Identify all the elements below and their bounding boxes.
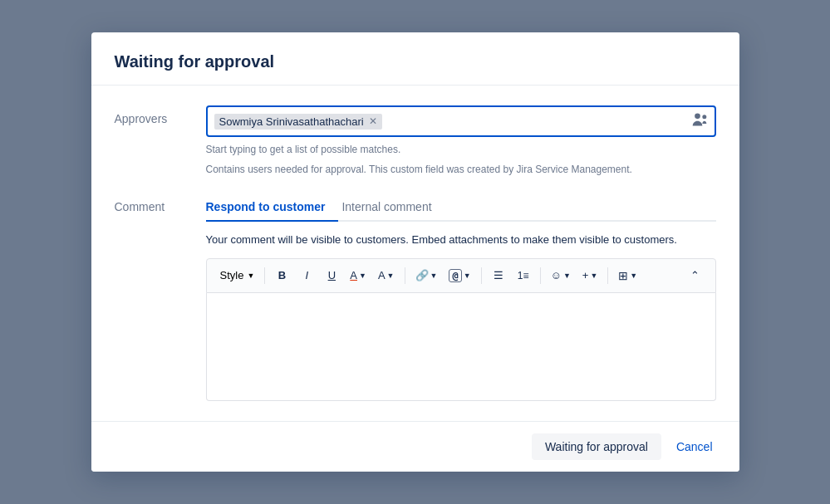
collapse-icon: ⌃ [690,269,700,281]
mention-icon: @ [449,269,461,282]
add-icon: + [582,269,589,281]
toolbar-separator-2 [405,267,405,284]
add-approver-icon[interactable] [691,111,708,131]
text-color-chevron-icon: ▼ [359,272,366,280]
modal-title: Waiting for approval [115,52,716,71]
style-dropdown[interactable]: Style ▼ [215,266,260,285]
bullet-list-button[interactable]: ☰ [487,264,510,287]
style-chevron-icon: ▼ [247,272,254,280]
svg-point-0 [695,114,700,120]
approvers-field-content: Sowmiya Srinivasathathachari ✕ [206,105,716,177]
approvers-hint1: Start typing to get a list of possible m… [206,142,716,157]
italic-icon: I [306,269,309,281]
comment-label: Comment [115,193,206,213]
modal-overlay: Waiting for approval Approvers Sowmiya S… [0,0,830,504]
link-icon: 🔗 [415,269,429,281]
approver-name: Sowmiya Srinivasathathachari [219,115,364,128]
modal-body: Approvers Sowmiya Srinivasathathachari ✕ [91,86,739,421]
toolbar-separator-3 [481,267,482,284]
approvers-hint2: Contains users needed for approval. This… [206,162,716,177]
add-button[interactable]: + ▼ [577,264,603,287]
approvers-input-wrapper[interactable]: Sowmiya Srinivasathathachari ✕ [206,105,716,137]
svg-point-1 [702,115,706,119]
underline-icon: U [328,269,336,281]
table-button[interactable]: ⊞ ▼ [613,264,642,287]
text-color-icon: A [350,269,357,281]
font-size-chevron-icon: ▼ [387,272,395,280]
cancel-button[interactable]: Cancel [670,433,719,460]
text-color-button[interactable]: A ▼ [345,264,371,287]
table-icon: ⊞ [618,269,628,282]
mention-chevron-icon: ▼ [464,272,471,280]
collapse-button[interactable]: ⌃ [684,264,707,287]
comment-description: Your comment will be visible to customer… [206,232,716,248]
add-chevron-icon: ▼ [590,272,597,280]
numbered-list-button[interactable]: 1≡ [512,264,535,287]
emoji-icon: ☺ [551,269,562,281]
comment-tabs: Respond to customer Internal comment [206,193,716,222]
style-label: Style [220,269,244,281]
editor-area[interactable] [206,293,716,401]
tab-respond-to-customer[interactable]: Respond to customer [206,193,339,222]
modal-dialog: Waiting for approval Approvers Sowmiya S… [91,32,739,472]
bold-icon: B [278,269,286,281]
numbered-list-icon: 1≡ [518,270,529,281]
comment-field-row: Comment Respond to customer Internal com… [115,193,716,401]
comment-content: Respond to customer Internal comment You… [206,193,716,401]
link-chevron-icon: ▼ [430,272,438,280]
link-button[interactable]: 🔗 ▼ [410,264,443,287]
toolbar-separator-1 [264,267,265,284]
approvers-search-input[interactable] [387,115,685,128]
toolbar-separator-4 [540,267,541,284]
font-size-button[interactable]: A ▼ [373,264,400,287]
underline-button[interactable]: U [320,264,343,287]
toolbar-separator-5 [607,267,608,284]
tab-internal-comment[interactable]: Internal comment [338,193,444,222]
emoji-chevron-icon: ▼ [563,272,571,280]
approver-tag-close-icon[interactable]: ✕ [369,116,377,126]
table-chevron-icon: ▼ [630,272,637,280]
modal-footer: Waiting for approval Cancel [91,421,739,472]
editor-toolbar: Style ▼ B I U [206,258,716,293]
font-size-icon: A [378,269,386,281]
approvers-field-row: Approvers Sowmiya Srinivasathathachari ✕ [115,105,716,177]
mention-button[interactable]: @ ▼ [444,264,475,287]
bold-button[interactable]: B [270,264,293,287]
approver-tag: Sowmiya Srinivasathathachari ✕ [214,114,382,130]
approvers-label: Approvers [115,105,206,125]
italic-button[interactable]: I [295,264,318,287]
waiting-for-approval-button[interactable]: Waiting for approval [532,433,661,460]
modal-header: Waiting for approval [91,32,739,86]
bullet-list-icon: ☰ [494,269,503,281]
emoji-button[interactable]: ☺ ▼ [546,264,576,287]
